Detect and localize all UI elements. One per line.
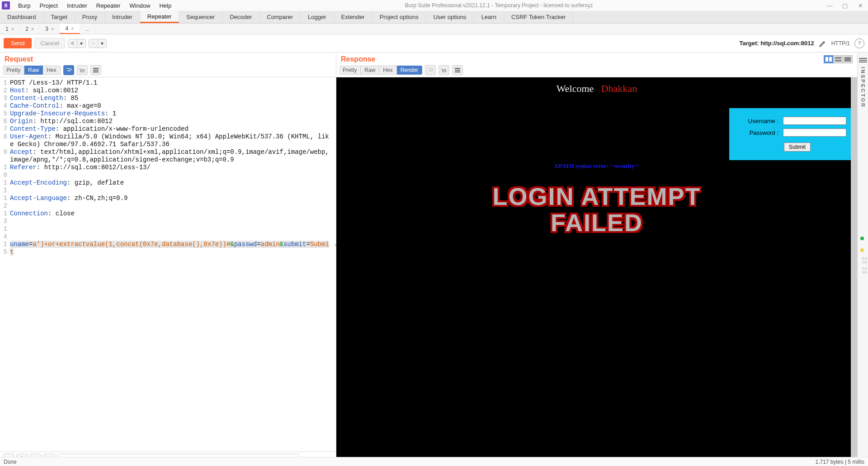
- history-back-group: < ▾: [68, 39, 86, 48]
- editor-line[interactable]: 12Accept-Language: zh-CN,zh;q=0.9: [0, 195, 336, 210]
- menu-burp[interactable]: Burp: [14, 2, 35, 9]
- show-nonprintable-icon[interactable]: \n: [77, 65, 88, 75]
- cancel-button[interactable]: Cancel: [34, 38, 65, 48]
- tab-learn[interactable]: Learn: [474, 11, 504, 23]
- target-label: Target: http://sql.com:8012: [739, 40, 814, 47]
- welcome-name: Dhakkan: [601, 83, 637, 94]
- request-editor[interactable]: 1POST /Less-13/ HTTP/1.12Host: sql.com:8…: [0, 77, 336, 452]
- tab-repeater[interactable]: Repeater: [140, 11, 179, 23]
- line-wrap-icon[interactable]: [63, 65, 74, 75]
- menu-help[interactable]: Help: [155, 2, 176, 9]
- editor-line[interactable]: 14: [0, 225, 336, 241]
- rate-label-1: 0.0k/s: [857, 257, 868, 264]
- view-tab-pretty[interactable]: Pretty: [3, 66, 24, 75]
- editor-line[interactable]: 2Host: sql.com:8012: [0, 87, 336, 95]
- response-render-area: Welcome Dhakkan Username : Password :: [336, 77, 857, 466]
- inspector-menu-icon[interactable]: [859, 60, 867, 61]
- repeater-tab-2[interactable]: 2 ×: [20, 24, 40, 34]
- close-button[interactable]: ✕: [853, 0, 868, 11]
- svg-rect-5: [844, 57, 851, 62]
- history-back-dropdown[interactable]: ▾: [77, 39, 85, 48]
- menu-repeater[interactable]: Repeater: [92, 2, 125, 9]
- help-icon[interactable]: ?: [854, 38, 864, 48]
- svg-rect-2: [829, 57, 832, 62]
- view-tab-render[interactable]: Render: [397, 66, 422, 75]
- editor-line[interactable]: 7Content-Type: application/x-www-form-ur…: [0, 125, 336, 133]
- tab-proxy[interactable]: Proxy: [75, 11, 105, 23]
- tab-decoder[interactable]: Decoder: [222, 11, 259, 23]
- editor-line[interactable]: 10Referer: http://sql.com:8012/Less-13/: [0, 164, 336, 179]
- repeater-tab-3[interactable]: 3 ×: [40, 24, 60, 34]
- layout-tabs-button[interactable]: [843, 55, 853, 63]
- http-version-toggle[interactable]: HTTP/1: [831, 40, 850, 47]
- editor-line[interactable]: 1POST /Less-13/ HTTP/1.1: [0, 79, 336, 87]
- tab-csrf-token-tracker[interactable]: CSRF Token Tracker: [504, 11, 573, 23]
- rate-label-2: 0.0k/s: [857, 267, 868, 274]
- editor-line[interactable]: 4Cache-Control: max-age=0: [0, 102, 336, 110]
- tab-dashboard[interactable]: Dashboard: [0, 11, 44, 23]
- login-failed-banner: LOGIN ATTEMPT FAILED: [336, 183, 857, 236]
- menu-window[interactable]: Window: [125, 2, 155, 9]
- tab-target[interactable]: Target: [44, 11, 75, 23]
- editor-line[interactable]: 13Connection: close: [0, 210, 336, 225]
- login-form: Username : Password :: [729, 108, 857, 160]
- editor-line[interactable]: 6Origin: http://sql.com:8012: [0, 118, 336, 125]
- maximize-button[interactable]: ▢: [837, 0, 853, 11]
- status-dot-green: [860, 237, 864, 240]
- history-fwd-group: > ▾: [89, 39, 107, 48]
- tab-extender[interactable]: Extender: [334, 11, 373, 23]
- view-tab-hex[interactable]: Hex: [43, 66, 60, 75]
- view-tab-raw[interactable]: Raw: [24, 66, 43, 75]
- submit-button[interactable]: [784, 143, 811, 152]
- history-back-button[interactable]: <: [68, 39, 77, 48]
- close-icon[interactable]: ×: [71, 26, 74, 31]
- repeater-tab-4[interactable]: 4 ×: [60, 24, 80, 34]
- send-button[interactable]: Send: [4, 38, 32, 48]
- minimize-button[interactable]: —: [822, 0, 837, 11]
- tool-tabs: DashboardTargetProxyIntruderRepeaterSequ…: [0, 11, 868, 24]
- status-right: 1,717 bytes | 5 millis: [816, 459, 865, 465]
- close-icon[interactable]: ×: [11, 26, 14, 32]
- welcome-label: Welcome: [557, 83, 594, 94]
- view-tab-pretty[interactable]: Pretty: [339, 66, 361, 75]
- repeater-tab-more[interactable]: ...: [80, 24, 96, 34]
- tab-comparer[interactable]: Comparer: [259, 11, 301, 23]
- history-forward-button[interactable]: >: [89, 39, 98, 48]
- editor-line[interactable]: 8User-Agent: Mozilla/5.0 (Windows NT 10.…: [0, 133, 336, 148]
- editor-line[interactable]: 11Accept-Encoding: gzip, deflate: [0, 179, 336, 195]
- inspector-label[interactable]: INSPECTOR: [860, 67, 866, 108]
- tab-user-options[interactable]: User options: [426, 11, 474, 23]
- hamburger-icon[interactable]: [452, 65, 463, 75]
- edit-target-icon[interactable]: [819, 39, 827, 48]
- close-icon[interactable]: ×: [51, 26, 54, 32]
- hamburger-icon[interactable]: [90, 65, 101, 75]
- view-tab-hex[interactable]: Hex: [379, 66, 396, 75]
- password-field[interactable]: [783, 128, 846, 137]
- password-label: Password :: [746, 127, 780, 138]
- response-scrollbar[interactable]: [851, 77, 857, 466]
- editor-line[interactable]: 15uname=a')+or+extractvalue(1,concat(0x7…: [0, 241, 336, 256]
- menu-project[interactable]: Project: [35, 2, 62, 9]
- layout-columns-button[interactable]: [824, 55, 834, 63]
- menu-intruder[interactable]: Intruder: [62, 2, 92, 9]
- tab-logger[interactable]: Logger: [301, 11, 334, 23]
- view-tab-raw[interactable]: Raw: [361, 66, 379, 75]
- close-icon[interactable]: ×: [31, 26, 34, 32]
- editor-line[interactable]: 5Upgrade-Insecure-Requests: 1: [0, 110, 336, 118]
- layout-rows-button[interactable]: [833, 55, 843, 63]
- history-forward-dropdown[interactable]: ▾: [98, 39, 106, 48]
- username-label: Username :: [746, 115, 780, 126]
- editor-line[interactable]: 9Accept: text/html,application/xhtml+xml…: [0, 148, 336, 164]
- tab-intruder[interactable]: Intruder: [105, 11, 140, 23]
- tab-project-options[interactable]: Project options: [373, 11, 426, 23]
- inspector-rail: INSPECTOR 0.0k/s 0.0k/s: [857, 52, 868, 466]
- svg-rect-4: [835, 60, 841, 62]
- editor-line[interactable]: 3Content-Length: 85: [0, 95, 336, 102]
- window-title: Burp Suite Professional v2021.12.1 - Tem…: [176, 2, 822, 9]
- username-field[interactable]: [783, 117, 846, 125]
- window-controls: — ▢ ✕: [822, 0, 868, 11]
- tab-sequencer[interactable]: Sequencer: [179, 11, 222, 23]
- repeater-tab-1[interactable]: 1 ×: [0, 24, 20, 34]
- show-nonprintable-icon: \n: [439, 65, 449, 75]
- svg-rect-1: [826, 57, 828, 62]
